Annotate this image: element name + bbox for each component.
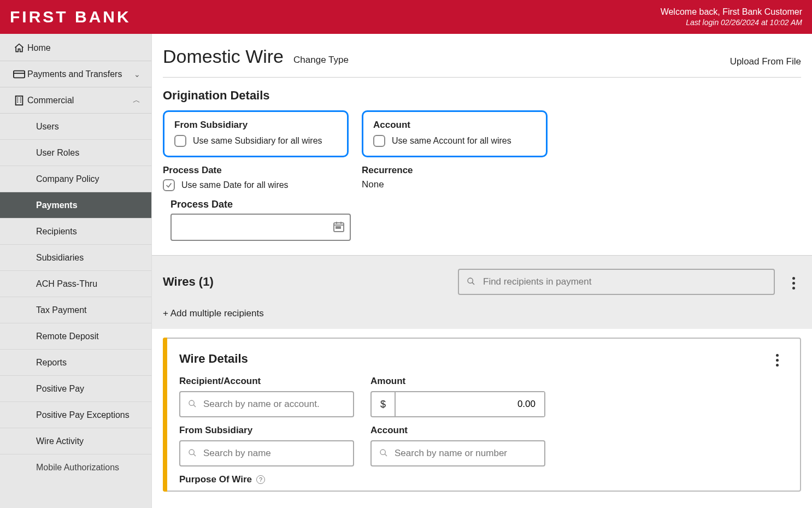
wire-from-subsidiary-label: From Subsidiary <box>179 425 354 436</box>
upload-from-file-link[interactable]: Upload From File <box>730 56 801 67</box>
sidebar-item-user-roles[interactable]: User Roles <box>0 140 151 166</box>
sidebar-item-label: Reports <box>36 358 140 368</box>
same-date-checkbox-label: Use same Date for all wires <box>181 180 289 190</box>
sidebar-item-remote-deposit[interactable]: Remote Deposit <box>0 323 151 350</box>
welcome-text: Welcome back, First Bank Customer <box>661 7 802 18</box>
amount-field[interactable]: $ <box>370 391 545 417</box>
sidebar-item-label: Subsidiaries <box>36 253 140 263</box>
info-icon[interactable]: ? <box>256 475 265 484</box>
sidebar-item-payments-transfers[interactable]: Payments and Transfers ⌄ <box>0 61 151 87</box>
currency-prefix: $ <box>372 392 396 416</box>
sidebar-item-label: Remote Deposit <box>36 332 140 341</box>
search-icon <box>379 448 388 459</box>
same-date-checkbox[interactable] <box>163 179 175 191</box>
wire-account-label: Account <box>370 425 545 436</box>
svg-rect-13 <box>336 227 338 228</box>
svg-point-21 <box>380 450 385 454</box>
sidebar-item-positive-pay[interactable]: Positive Pay <box>0 376 151 402</box>
wire-account-input[interactable] <box>393 447 537 459</box>
sidebar-item-mobile-authorizations[interactable]: Mobile Authorizations <box>0 454 151 481</box>
purpose-of-wire-label: Purpose Of Wire <box>179 474 252 485</box>
sidebar-item-recipients[interactable]: Recipients <box>0 218 151 245</box>
process-date-input[interactable] <box>170 214 351 241</box>
same-subsidiary-checkbox[interactable] <box>174 135 186 147</box>
top-banner: FIRST BANK Welcome back, First Bank Cust… <box>0 0 812 34</box>
wire-details-card: Wire Details Recipient/Account From Subs… <box>163 338 801 492</box>
building-icon <box>11 95 27 106</box>
account-card[interactable]: Account Use same Account for all wires <box>362 110 548 157</box>
origination-details-section: Origination Details From Subsidiary Use … <box>152 78 812 255</box>
recipient-account-search[interactable] <box>179 391 354 417</box>
change-type-link[interactable]: Change Type <box>293 55 349 66</box>
amount-input[interactable] <box>396 392 544 416</box>
wire-from-subsidiary-input[interactable] <box>202 447 345 459</box>
sidebar-item-label: Users <box>36 122 140 132</box>
wire-from-subsidiary-search[interactable] <box>179 440 354 466</box>
svg-rect-0 <box>14 70 25 78</box>
sidebar-item-reports[interactable]: Reports <box>0 350 151 376</box>
find-recipients-search[interactable] <box>458 269 775 295</box>
sidebar-item-label: Mobile Authorizations <box>36 463 140 472</box>
wire-details-overflow-menu[interactable] <box>769 352 785 367</box>
account-label: Account <box>373 120 536 131</box>
svg-line-22 <box>385 454 387 456</box>
add-multiple-recipients-link[interactable]: + Add multiple recipients <box>163 308 801 319</box>
same-subsidiary-checkbox-label: Use same Subsidiary for all wires <box>193 136 322 146</box>
sidebar-item-label: Tax Payment <box>36 305 140 315</box>
chevron-down-icon: ⌄ <box>134 70 140 79</box>
svg-point-19 <box>189 450 194 454</box>
svg-rect-14 <box>339 227 340 228</box>
sidebar-item-company-policy[interactable]: Company Policy <box>0 166 151 192</box>
sidebar-item-label: Recipients <box>36 227 140 237</box>
main-content: Domestic Wire Change Type Upload From Fi… <box>152 34 812 508</box>
search-icon <box>188 448 197 459</box>
sidebar-item-label: Company Policy <box>36 174 140 184</box>
sidebar-item-label: Payments and Transfers <box>27 69 134 79</box>
sidebar-item-positive-pay-exceptions[interactable]: Positive Pay Exceptions <box>0 402 151 428</box>
sidebar-item-ach-passthru[interactable]: ACH Pass-Thru <box>0 271 151 297</box>
origination-details-heading: Origination Details <box>163 88 801 103</box>
sidebar-item-commercial[interactable]: Commercial ︿ <box>0 87 151 114</box>
from-subsidiary-label: From Subsidiary <box>174 120 337 131</box>
svg-rect-2 <box>16 96 23 104</box>
recipient-account-input[interactable] <box>202 398 345 410</box>
wire-details-heading: Wire Details <box>179 352 248 366</box>
sidebar-item-label: Payments <box>36 200 140 210</box>
svg-point-15 <box>468 278 473 283</box>
sidebar-item-tax-payment[interactable]: Tax Payment <box>0 297 151 323</box>
sidebar-item-label: Home <box>27 43 140 53</box>
sidebar-item-wire-activity[interactable]: Wire Activity <box>0 428 151 454</box>
card-icon <box>11 70 27 79</box>
sidebar-item-payments[interactable]: Payments <box>0 192 151 218</box>
last-login-text: Last login 02/26/2024 at 10:02 AM <box>661 17 802 27</box>
sidebar: Home Payments and Transfers ⌄ Commercial… <box>0 34 152 508</box>
amount-label: Amount <box>370 376 545 387</box>
recurrence-value[interactable]: None <box>362 179 548 190</box>
wires-band: Wires (1) + Add multiple recipients <box>152 255 812 329</box>
process-date-label: Process Date <box>163 165 349 176</box>
calendar-icon[interactable] <box>332 220 345 235</box>
find-recipients-input[interactable] <box>482 276 766 288</box>
sidebar-item-label: Positive Pay <box>36 384 140 394</box>
page-title: Domestic Wire <box>163 46 284 67</box>
sidebar-item-home[interactable]: Home <box>0 35 151 61</box>
svg-line-16 <box>472 282 474 285</box>
svg-line-18 <box>193 405 196 407</box>
wires-overflow-menu[interactable] <box>786 275 801 290</box>
search-icon <box>188 399 197 410</box>
svg-line-20 <box>193 454 196 456</box>
sidebar-item-label: Wire Activity <box>36 436 140 446</box>
recipient-account-label: Recipient/Account <box>179 376 354 387</box>
sidebar-item-label: Commercial <box>27 96 133 105</box>
sidebar-item-subsidiaries[interactable]: Subsidiaries <box>0 245 151 271</box>
same-account-checkbox-label: Use same Account for all wires <box>392 136 511 146</box>
recurrence-label: Recurrence <box>362 165 548 176</box>
brand-logo: FIRST BANK <box>10 8 131 26</box>
from-subsidiary-card[interactable]: From Subsidiary Use same Subsidiary for … <box>163 110 349 157</box>
same-account-checkbox[interactable] <box>373 135 385 147</box>
sidebar-item-users[interactable]: Users <box>0 114 151 140</box>
wire-account-search[interactable] <box>370 440 545 466</box>
sidebar-item-label: Positive Pay Exceptions <box>36 410 140 420</box>
svg-point-17 <box>189 400 194 405</box>
process-date-input-label: Process Date <box>170 199 349 210</box>
